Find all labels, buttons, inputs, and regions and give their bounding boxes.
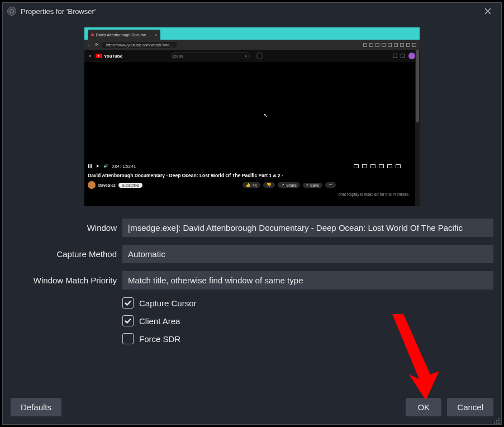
autoplay-icon bbox=[354, 164, 359, 168]
pause-icon bbox=[88, 164, 92, 168]
volume-icon: 🔊 bbox=[103, 164, 108, 168]
fullscreen-icon bbox=[396, 164, 401, 168]
window-title: Properties for 'Browser' bbox=[21, 7, 96, 16]
browser-tab: David Attenborough Document... × bbox=[88, 30, 160, 40]
youtube-header: ≡ YouTube ocean × bbox=[84, 50, 420, 62]
avatar-icon bbox=[408, 53, 415, 59]
client-area-checkbox[interactable]: Client Area bbox=[122, 315, 493, 326]
theater-icon bbox=[387, 164, 392, 168]
priority-label: Window Match Priority bbox=[11, 276, 122, 285]
close-icon bbox=[484, 8, 491, 15]
channel-avatar-icon bbox=[88, 181, 96, 189]
window-select[interactable]: [msedge.exe]: David Attenborough Documen… bbox=[122, 219, 493, 237]
tab-title: David Attenborough Document... bbox=[96, 33, 150, 37]
preview-scrollbar bbox=[415, 50, 420, 206]
cancel-button[interactable]: Cancel bbox=[447, 398, 493, 416]
favicon-icon bbox=[91, 34, 94, 36]
bell-icon bbox=[401, 54, 405, 58]
back-icon: ← bbox=[88, 43, 92, 47]
svg-point-5 bbox=[494, 423, 495, 424]
svg-point-3 bbox=[498, 423, 500, 424]
chat-disabled-note: chat Replay is disabled for this Premier… bbox=[339, 192, 410, 196]
properties-form: Window [msedge.exe]: David Attenborough … bbox=[11, 219, 493, 351]
miniplayer-icon bbox=[379, 164, 384, 168]
capture-method-select[interactable]: Automatic bbox=[122, 245, 493, 263]
defaults-button[interactable]: Defaults bbox=[11, 398, 61, 416]
youtube-actions bbox=[393, 53, 415, 59]
priority-select[interactable]: Match title, otherwise find window of sa… bbox=[122, 271, 493, 290]
like-chip: 👍 4K bbox=[243, 182, 261, 188]
time-display: 0:04 / 1:52:41 bbox=[112, 164, 136, 168]
checkbox-icon bbox=[122, 315, 134, 326]
checkbox-icon bbox=[122, 333, 134, 344]
settings-icon bbox=[370, 164, 375, 168]
svg-point-2 bbox=[496, 420, 497, 421]
url-text: https://www.youtube.com/watch?v=a... bbox=[102, 42, 177, 48]
upload-icon bbox=[393, 54, 397, 58]
properties-dialog: Properties for 'Browser' David Attenboro… bbox=[2, 2, 502, 425]
dialog-body: David Attenborough Document... × ← ⟳ htt… bbox=[3, 20, 501, 424]
subscribe-button: Subscribe bbox=[118, 183, 142, 188]
reload-icon: ⟳ bbox=[95, 42, 98, 47]
more-chip: ⋯ bbox=[325, 182, 336, 188]
dislike-chip: 👎 bbox=[263, 182, 275, 188]
svg-point-0 bbox=[498, 418, 500, 419]
browser-extensions bbox=[363, 43, 416, 47]
browser-urlbar: ← ⟳ https://www.youtube.com/watch?v=a... bbox=[84, 40, 420, 50]
ok-button[interactable]: OK bbox=[406, 398, 441, 416]
save-chip: ≡ Save bbox=[303, 183, 322, 188]
client-area-label: Client Area bbox=[139, 316, 180, 326]
dialog-footer: Defaults OK Cancel bbox=[11, 398, 493, 416]
force-sdr-label: Force SDR bbox=[139, 334, 180, 344]
capture-cursor-checkbox[interactable]: Capture Cursor bbox=[122, 297, 493, 309]
next-icon bbox=[96, 164, 100, 168]
svg-point-1 bbox=[498, 420, 500, 421]
cursor-icon: ↖ bbox=[263, 112, 268, 118]
titlebar: Properties for 'Browser' bbox=[3, 3, 501, 20]
checkbox-icon bbox=[122, 297, 134, 309]
video-meta: David Attenborough Documentary - Deep Oc… bbox=[88, 173, 336, 189]
capture-method-label: Capture Method bbox=[11, 249, 122, 259]
app-icon bbox=[7, 7, 16, 16]
capture-cursor-label: Capture Cursor bbox=[139, 298, 197, 308]
resize-grip-icon[interactable] bbox=[493, 416, 500, 423]
browser-tabstrip: David Attenborough Document... × bbox=[84, 27, 420, 40]
channel-name: DaveSiez bbox=[98, 183, 116, 187]
share-chip: ↗ Share bbox=[278, 182, 300, 188]
svg-point-4 bbox=[496, 423, 497, 424]
youtube-search: ocean × bbox=[172, 53, 250, 59]
tab-close-icon: × bbox=[155, 33, 157, 37]
force-sdr-checkbox[interactable]: Force SDR bbox=[122, 333, 493, 344]
source-preview: David Attenborough Document... × ← ⟳ htt… bbox=[84, 27, 420, 206]
close-button[interactable] bbox=[479, 4, 497, 18]
preview-area: David Attenborough Document... × ← ⟳ htt… bbox=[11, 27, 493, 206]
mic-icon bbox=[256, 53, 263, 59]
video-controls: 🔊 0:04 / 1:52:41 bbox=[84, 160, 404, 172]
cc-icon bbox=[362, 164, 367, 168]
menu-icon: ≡ bbox=[89, 54, 91, 58]
window-label: Window bbox=[11, 223, 122, 233]
video-title: David Attenborough Documentary - Deep Oc… bbox=[88, 173, 336, 178]
youtube-logo: YouTube bbox=[96, 54, 122, 59]
